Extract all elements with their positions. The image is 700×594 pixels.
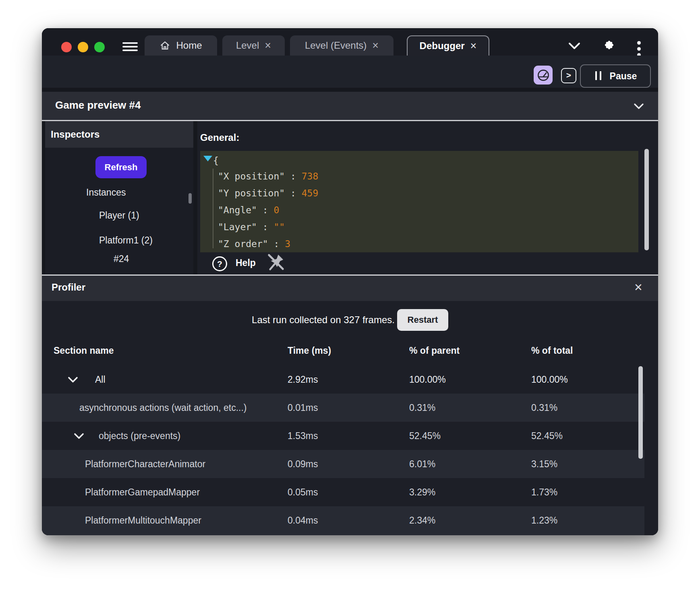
json-value: 459 [302,188,319,198]
restart-button[interactable]: Restart [397,309,448,331]
json-separator: : [285,188,302,198]
help-link[interactable]: Help [236,258,256,268]
pause-button-label: Pause [610,71,637,82]
tab-label: Level (Events) [305,40,367,51]
json-key: "X position" [218,171,285,182]
console-button[interactable]: > [561,68,576,83]
percent-total-value: 3.15% [531,450,557,478]
question-mark: ? [217,259,222,269]
tree-item-24[interactable]: #24 [114,253,129,265]
chevron-down-icon[interactable] [567,41,581,50]
close-tab-icon[interactable]: × [470,41,477,52]
close-tab-icon[interactable]: × [372,40,379,51]
profiler-title: Profiler [52,282,85,293]
column-header-section-name: Section name [54,345,114,356]
main-menu-icon[interactable] [122,42,138,52]
window-close-button[interactable] [61,42,72,52]
collapse-chevron-icon[interactable] [633,103,644,110]
console-prompt-icon: > [566,70,571,80]
debugger-window: Home Level × Level (Events) × Debugger × [42,28,658,535]
json-key: "Z order" [218,239,268,249]
percent-total-value: 1.23% [531,506,557,534]
percent-parent-value: 100.00% [409,365,446,394]
inspectors-header: Inspectors [45,121,193,148]
indent-guide [213,169,213,248]
percent-parent-value: 0.31% [409,394,435,422]
profiler-status-text: Last run collected on 327 frames. [252,314,395,326]
close-profiler-icon[interactable]: ✕ [634,281,643,294]
json-separator: : [257,222,274,232]
game-preview-header[interactable]: Game preview #4 [42,92,658,120]
tab-home[interactable]: Home [145,35,217,56]
gauge-icon [537,69,550,82]
tab-label: Home [176,40,202,51]
close-tab-icon[interactable]: × [265,40,271,51]
section-name: objects (pre-events) [99,422,180,450]
percent-parent-value: 3.29% [409,478,435,506]
table-row: asynchronous actions (wait action, etc..… [42,394,644,422]
tab-level[interactable]: Level × [222,35,285,56]
json-value: 738 [302,171,319,182]
percent-parent-value: 2.34% [409,506,435,534]
general-scrollbar[interactable] [644,149,649,250]
window-minimize-button[interactable] [78,42,88,52]
tab-level-events[interactable]: Level (Events) × [290,35,393,56]
expand-chevron-icon[interactable] [67,376,79,383]
json-separator: : [285,171,302,182]
json-property: "Y position" : 459 [200,185,638,202]
json-inspector: { "X position" : 738 "Y position" : 459 … [200,151,638,252]
tree-item-instances[interactable]: Instances [86,186,126,198]
section-name: PlatformerCharacterAnimator [85,450,205,478]
game-preview-title: Game preview #4 [55,99,141,111]
percent-total-value: 0.31% [531,394,557,422]
help-icon[interactable]: ? [212,256,227,271]
json-value: "" [273,222,285,232]
json-value: 0 [273,205,279,215]
table-row: PlatformerMultitouchMapper 0.04ms 2.34% … [42,506,644,535]
expand-chevron-icon[interactable] [73,433,85,439]
json-property: "X position" : 738 [200,168,638,185]
table-row: objects (pre-events) 1.53ms 52.45% 52.45… [42,422,644,450]
json-separator: : [268,239,285,249]
percent-parent-value: 6.01% [409,450,435,478]
section-name: PlatformerMultitouchMapper [85,506,201,534]
percent-total-value: 100.00% [531,365,568,394]
column-header-time: Time (ms) [288,345,331,356]
window-zoom-button[interactable] [94,42,105,52]
profiler-toggle-button[interactable] [534,66,553,85]
pin-off-icon[interactable] [267,253,285,271]
tree-item-platform1[interactable]: Platform1 (2) [99,234,153,246]
time-value: 0.01ms [288,394,318,422]
inspectors-scrollbar[interactable] [188,193,192,204]
json-key: "Angle" [218,205,257,215]
column-header-percent-total: % of total [531,345,573,356]
table-row: PlatformerCharacterAnimator 0.09ms 6.01%… [42,450,644,478]
tree-item-player[interactable]: Player (1) [99,209,139,221]
profiler-status-row: Last run collected on 327 frames. Restar… [42,307,658,333]
profiler-table-scrollbar[interactable] [638,366,643,459]
json-property: "Layer" : "" [200,219,638,235]
pause-button[interactable]: Pause [580,64,651,88]
inspectors-title: Inspectors [51,129,99,140]
json-key: "Layer" [218,222,257,232]
table-row: All 2.92ms 100.00% 100.00% [42,365,644,394]
percent-total-value: 52.45% [531,422,563,450]
json-value: 3 [285,239,290,249]
time-value: 0.04ms [288,506,318,534]
section-name: PlatformerGamepadMapper [85,478,200,506]
tab-bar: Home Level × Level (Events) × Debugger × [42,28,658,56]
json-property: "Angle" : 0 [200,202,638,219]
section-name: All [95,365,106,394]
percent-parent-value: 52.45% [409,422,441,450]
percent-total-value: 1.73% [531,478,557,506]
extensions-puzzle-icon[interactable] [602,40,615,54]
time-value: 0.05ms [288,478,318,506]
general-title: General: [200,132,239,143]
tab-debugger[interactable]: Debugger × [407,35,489,56]
json-property: "Z order" : 3 [200,235,638,252]
table-row: PlatformerGamepadMapper 0.05ms 3.29% 1.7… [42,478,644,506]
expander-triangle-icon[interactable] [203,156,212,161]
tab-label: Debugger [420,40,465,52]
refresh-button[interactable]: Refresh [95,156,147,178]
column-header-percent-parent: % of parent [409,345,460,356]
